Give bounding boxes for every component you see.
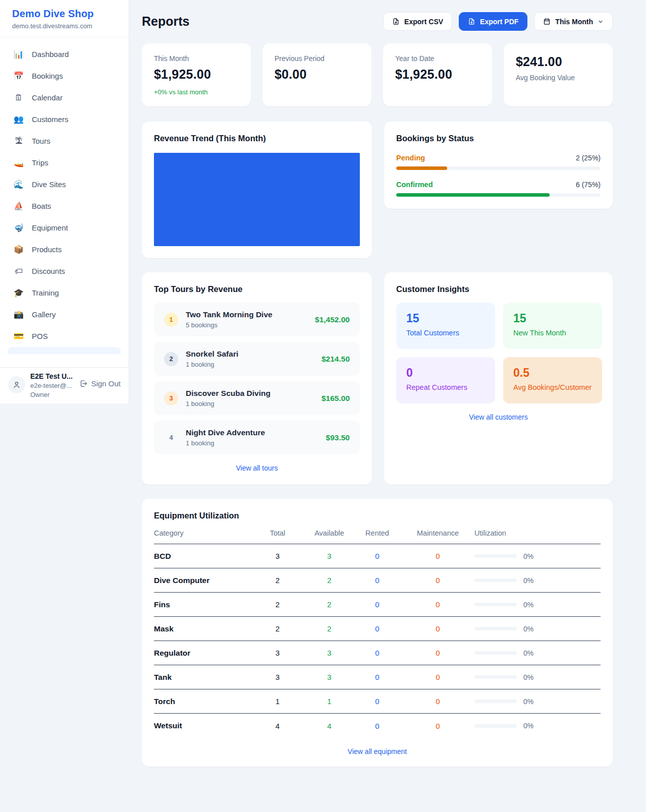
cell-utilization: 0% — [474, 649, 601, 657]
table-row: Mask 2 2 0 0 0% — [154, 617, 601, 641]
bookings-calendar-icon: 📅 — [13, 72, 24, 80]
utilization-bar — [474, 700, 517, 703]
sidebar-item-bookings[interactable]: 📅 Bookings — [8, 65, 121, 87]
sidebar-item-calendar[interactable]: 🗓 Calendar — [8, 87, 121, 108]
camera-icon: 📸 — [13, 311, 24, 319]
cell-category: Regulator — [154, 649, 250, 658]
shop-domain: demo.test.divestreams.com — [12, 22, 117, 30]
sidebar-item-dive-sites[interactable]: 🌊 Dive Sites — [8, 173, 121, 195]
sidebar-item-dashboard[interactable]: 📊 Dashboard — [8, 43, 121, 65]
sidebar-nav: 📊 Dashboard 📅 Bookings 🗓 Calendar 👥 Cust… — [0, 37, 129, 367]
cell-total: 1 — [250, 697, 305, 706]
rank-badge: 4 — [164, 431, 178, 445]
export-pdf-label: Export PDF — [480, 18, 518, 26]
view-all-customers-link[interactable]: View all customers — [396, 413, 601, 421]
sidebar-item-products[interactable]: 📦 Products — [8, 239, 121, 260]
column-header: Rented — [353, 529, 401, 537]
column-header: Maintenance — [401, 529, 474, 537]
calendar-icon: 🗓 — [13, 94, 24, 102]
table-row: Wetsuit 4 4 0 0 0% — [154, 714, 601, 738]
insights-row: Top Tours by Revenue 1 Two Tank Morning … — [142, 272, 613, 485]
cell-category: Fins — [154, 600, 250, 609]
tag-icon: 🏷 — [13, 267, 24, 275]
cell-utilization: 0% — [474, 673, 601, 681]
stat-label: This Month — [154, 54, 239, 63]
sidebar-item-customers[interactable]: 👥 Customers — [8, 108, 121, 130]
stat-card-avg-booking-value: $241.00 Avg Booking Value — [504, 43, 613, 106]
sidebar-item-label: Boats — [32, 202, 51, 210]
sidebar-item-label: Dive Sites — [32, 180, 66, 189]
period-label: This Month — [555, 18, 593, 26]
insight-tile-avg-bookings: 0.5 Avg Bookings/Customer — [503, 357, 602, 403]
speedboat-icon: 🚤 — [13, 159, 24, 167]
sign-out-button[interactable]: Sign Out — [79, 379, 121, 388]
tour-bookings: 5 bookings — [186, 321, 273, 329]
export-csv-button[interactable]: Export CSV — [383, 12, 452, 31]
view-all-equipment-link[interactable]: View all equipment — [154, 747, 601, 756]
file-icon — [392, 18, 400, 25]
sidebar-item-label: Dashboard — [32, 50, 69, 59]
export-csv-label: Export CSV — [404, 18, 443, 26]
tour-revenue: $1,452.00 — [315, 315, 350, 324]
insight-grid: 15 Total Customers 15 New This Month 0 R… — [396, 303, 601, 403]
sidebar-item-training[interactable]: 🎓 Training — [8, 282, 121, 304]
sidebar-item-trips[interactable]: 🚤 Trips — [8, 152, 121, 173]
sidebar: Demo Dive Shop demo.test.divestreams.com… — [0, 0, 129, 403]
sidebar-item-label: Discounts — [32, 267, 65, 275]
bookings-by-status-title: Bookings by Status — [396, 134, 601, 143]
cell-maintenance: 0 — [401, 649, 474, 657]
insight-label: Avg Bookings/Customer — [513, 383, 592, 391]
insight-value: 0.5 — [513, 366, 592, 380]
stat-label: Year to Date — [395, 54, 480, 63]
tour-revenue: $165.00 — [321, 394, 350, 403]
tour-revenue: $214.50 — [321, 355, 350, 364]
sidebar-item-label: Trips — [32, 158, 48, 167]
cell-utilization: 0% — [474, 698, 601, 706]
stat-value: $0.00 — [275, 67, 359, 82]
utilization-percent: 0% — [523, 576, 533, 585]
shop-title: Demo Dive Shop — [12, 8, 117, 20]
cell-category: Mask — [154, 624, 250, 633]
sidebar-item-equipment[interactable]: 🤿 Equipment — [8, 217, 121, 239]
utilization-bar — [474, 603, 517, 606]
table-row: Tank 3 3 0 0 0% — [154, 665, 601, 689]
sailboat-icon: ⛵ — [13, 202, 24, 210]
cell-category: BCD — [154, 552, 250, 561]
view-all-tours-link[interactable]: View all tours — [154, 464, 360, 472]
stat-value: $241.00 — [516, 54, 601, 69]
progress-fill — [396, 193, 550, 197]
cell-rented: 0 — [353, 649, 401, 657]
cell-rented: 0 — [353, 576, 401, 585]
list-item: 1 Two Tank Morning Dive 5 bookings $1,45… — [154, 303, 360, 336]
export-pdf-button[interactable]: Export PDF — [459, 12, 527, 31]
cell-total: 3 — [250, 552, 305, 560]
customer-insights-title: Customer Insights — [396, 284, 601, 294]
person-icon — [12, 380, 21, 389]
sidebar-item-discounts[interactable]: 🏷 Discounts — [8, 260, 121, 282]
dashboard-icon: 📊 — [13, 50, 24, 59]
bookings-by-status-card: Bookings by Status Pending 2 (25%) Confi… — [384, 122, 613, 209]
cell-available: 3 — [305, 673, 353, 681]
status-row-pending: Pending 2 (25%) — [396, 154, 601, 170]
cell-rented: 0 — [353, 624, 401, 633]
file-icon — [468, 18, 475, 25]
insight-value: 0 — [406, 366, 485, 380]
column-header: Available — [305, 529, 353, 537]
status-value: 6 (75%) — [576, 181, 601, 189]
sidebar-item-active-partial[interactable] — [8, 347, 121, 354]
column-header: Utilization — [474, 529, 601, 537]
top-tours-card: Top Tours by Revenue 1 Two Tank Morning … — [142, 272, 372, 485]
cell-maintenance: 0 — [401, 722, 474, 730]
sidebar-item-tours[interactable]: 🏝 Tours — [8, 130, 121, 152]
cell-category: Wetsuit — [154, 721, 250, 730]
rank-badge: 1 — [164, 313, 178, 327]
sidebar-item-gallery[interactable]: 📸 Gallery — [8, 304, 121, 325]
calendar-icon — [543, 18, 551, 25]
sidebar-item-label: Products — [32, 245, 62, 254]
sidebar-item-pos[interactable]: 💳 POS — [8, 325, 121, 347]
period-dropdown[interactable]: This Month — [534, 12, 613, 31]
sidebar-item-boats[interactable]: ⛵ Boats — [8, 195, 121, 217]
insight-tile-repeat-customers: 0 Repeat Customers — [396, 357, 495, 403]
cell-available: 3 — [305, 552, 353, 560]
page-title: Reports — [142, 14, 189, 29]
